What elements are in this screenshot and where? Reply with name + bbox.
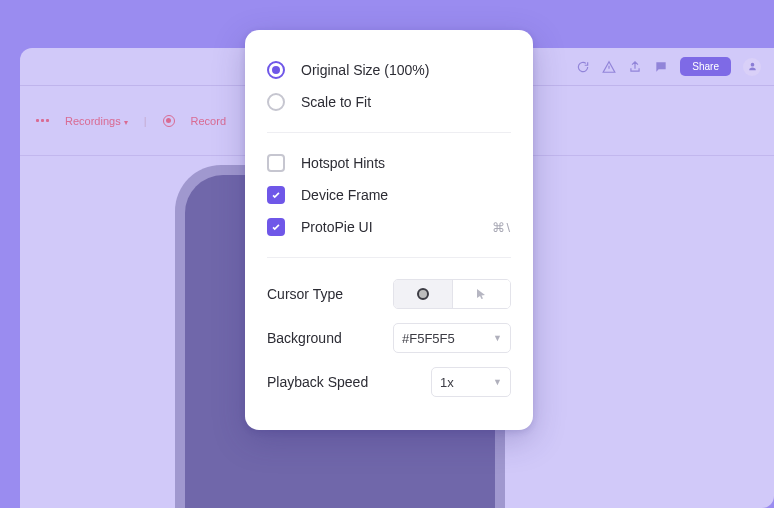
playback-speed-label: Playback Speed [267,374,368,390]
recordings-dropdown[interactable]: Recordings ▾ [65,115,128,127]
playback-speed-value: 1x [440,375,454,390]
protopie-ui-label: ProtoPie UI [301,219,492,235]
background-row: Background #F5F5F5 ▼ [267,316,511,360]
reload-icon[interactable] [576,60,590,74]
cursor-type-touch[interactable] [394,280,452,308]
share-button[interactable]: Share [680,57,731,76]
cursor-type-segmented [393,279,511,309]
chevron-down-icon: ▼ [493,377,502,387]
radio-original-size[interactable] [267,61,285,79]
checkbox-protopie-ui[interactable] [267,218,285,236]
avatar[interactable] [743,58,761,76]
original-size-label: Original Size (100%) [301,62,429,78]
arrow-cursor-icon [475,288,487,300]
background-select[interactable]: #F5F5F5 ▼ [393,323,511,353]
touch-cursor-icon [417,288,429,300]
option-hotspot-hints[interactable]: Hotspot Hints [267,147,511,179]
option-protopie-ui[interactable]: ProtoPie UI ⌘\ [267,211,511,243]
chevron-down-icon: ▾ [124,118,128,127]
cursor-type-label: Cursor Type [267,286,343,302]
check-icon [271,222,281,232]
view-settings-panel: Original Size (100%) Scale to Fit Hotspo… [245,30,533,430]
background-label: Background [267,330,342,346]
protopie-ui-shortcut: ⌘\ [492,220,511,235]
hotspot-hints-label: Hotspot Hints [301,155,385,171]
check-icon [271,190,281,200]
cursor-type-arrow[interactable] [452,280,511,308]
option-device-frame[interactable]: Device Frame [267,179,511,211]
cursor-type-row: Cursor Type [267,272,511,316]
radio-scale-to-fit[interactable] [267,93,285,111]
size-option-scale-to-fit[interactable]: Scale to Fit [267,86,511,118]
divider [267,132,511,133]
size-option-original[interactable]: Original Size (100%) [267,54,511,86]
background-value: #F5F5F5 [402,331,455,346]
checkbox-hotspot-hints[interactable] [267,154,285,172]
share-icon[interactable] [628,60,642,74]
divider [267,257,511,258]
chevron-down-icon: ▼ [493,333,502,343]
warning-icon[interactable] [602,60,616,74]
scale-to-fit-label: Scale to Fit [301,94,371,110]
grip-icon[interactable] [36,119,49,122]
record-dot-icon [163,115,175,127]
checkbox-device-frame[interactable] [267,186,285,204]
user-icon [747,61,758,72]
record-button[interactable]: Record [191,115,226,127]
comment-icon[interactable] [654,60,668,74]
device-frame-label: Device Frame [301,187,388,203]
playback-speed-select[interactable]: 1x ▼ [431,367,511,397]
playback-speed-row: Playback Speed 1x ▼ [267,360,511,404]
